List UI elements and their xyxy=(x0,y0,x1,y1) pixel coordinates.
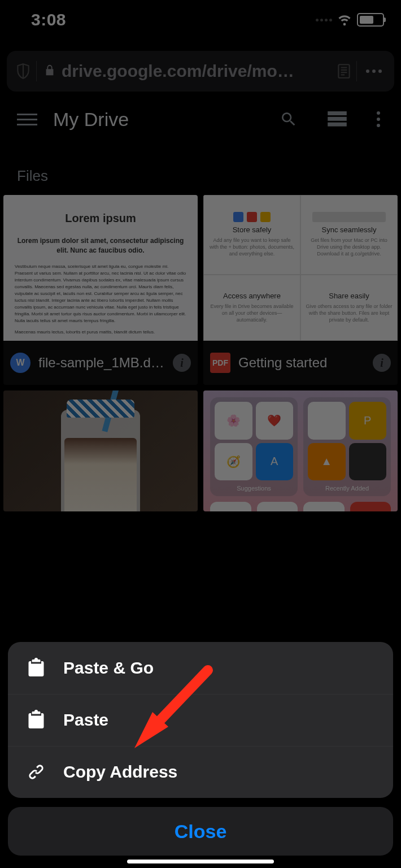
svg-rect-1 xyxy=(338,64,349,78)
file-thumbnail: Lorem ipsum Lorem ipsum dolor sit amet, … xyxy=(3,195,198,341)
doc-preview-title: Lorem ipsum xyxy=(15,212,186,225)
browser-more-icon[interactable] xyxy=(360,70,387,73)
file-card[interactable] xyxy=(3,517,198,613)
file-thumbnail: Store safely Add any file you want to ke… xyxy=(203,195,398,341)
lock-icon xyxy=(43,63,56,79)
search-icon[interactable] xyxy=(276,110,302,128)
section-label-files: Files xyxy=(0,147,401,195)
svg-rect-7 xyxy=(328,117,347,121)
file-info-row: PDF Getting started i xyxy=(203,341,398,385)
doc-preview-body: Maecenas mauris lectus, lobortis et puru… xyxy=(15,329,186,336)
browser-url-bar[interactable]: drive.google.com/drive/mo… xyxy=(7,51,394,92)
separator xyxy=(356,61,357,81)
separator xyxy=(36,61,37,81)
battery-icon xyxy=(357,13,384,27)
menu-item-label: Copy Address xyxy=(63,762,177,782)
app-header: My Drive xyxy=(0,92,401,147)
gs-cell-desc: Give others access to any file or folder… xyxy=(306,303,393,323)
svg-rect-6 xyxy=(328,111,347,115)
wifi-icon xyxy=(337,11,352,29)
reader-mode-icon[interactable] xyxy=(335,61,353,81)
menu-item-label: Paste & Go xyxy=(63,658,154,678)
url-text: drive.google.com/drive/mo… xyxy=(62,62,294,81)
list-view-icon[interactable] xyxy=(324,111,350,127)
action-sheet: Paste & Go Paste Copy Address Close xyxy=(8,642,393,856)
file-card[interactable] xyxy=(203,517,398,613)
status-icons xyxy=(316,11,384,29)
close-button-label: Close xyxy=(175,821,227,843)
app-more-icon[interactable] xyxy=(373,111,384,127)
file-info-row: W file-sample_1MB.doc i xyxy=(3,341,198,385)
menu-item-paste-and-go[interactable]: Paste & Go xyxy=(8,642,393,694)
apps-group-label: Suggestions xyxy=(215,485,293,492)
file-card[interactable]: 🌸 ❤️ 🧭 A Suggestions G P ▲ Recently Adde… xyxy=(203,390,398,511)
gs-cell-title: Share easily xyxy=(306,292,393,300)
svg-rect-8 xyxy=(328,123,347,127)
file-card[interactable]: Lorem ipsum Lorem ipsum dolor sit amet, … xyxy=(3,195,198,385)
file-thumbnail xyxy=(203,517,398,613)
link-icon xyxy=(25,761,47,783)
doc-preview-li: Maecenas non lorem quis tellus placerat … xyxy=(25,340,186,341)
home-indicator[interactable] xyxy=(127,860,274,863)
doc-preview-subtitle: Lorem ipsum dolor sit amet, consectetur … xyxy=(15,236,186,255)
hamburger-menu-icon[interactable] xyxy=(17,114,37,125)
gs-cell-desc: Every file in Drive becomes available on… xyxy=(208,303,295,323)
file-grid: Lorem ipsum Lorem ipsum dolor sit amet, … xyxy=(0,195,401,613)
gs-cell-desc: Add any file you want to keep safe with … xyxy=(208,237,295,257)
url-display-area[interactable]: drive.google.com/drive/mo… xyxy=(40,62,335,81)
gs-cell-title: Sync seamlessly xyxy=(306,225,393,234)
clipboard-icon xyxy=(25,709,47,731)
menu-item-paste[interactable]: Paste xyxy=(8,694,393,746)
file-name: file-sample_1MB.doc xyxy=(38,355,165,371)
apps-group-label: Recently Added xyxy=(308,485,386,492)
file-thumbnail xyxy=(3,517,198,613)
file-thumbnail xyxy=(3,390,198,511)
file-card[interactable]: Store safely Add any file you want to ke… xyxy=(203,195,398,385)
word-doc-icon: W xyxy=(10,353,30,373)
gs-cell-desc: Get files from your Mac or PC into Drive… xyxy=(306,237,393,257)
menu-item-label: Paste xyxy=(63,710,108,730)
file-card[interactable]: IMG_0478.HEIC i xyxy=(3,390,198,511)
pdf-icon: PDF xyxy=(210,353,230,373)
menu-item-copy-address[interactable]: Copy Address xyxy=(8,746,393,798)
gs-cell-title: Access anywhere xyxy=(208,292,295,300)
status-bar: 3:08 xyxy=(0,0,401,34)
status-time: 3:08 xyxy=(31,10,66,29)
file-thumbnail: 🌸 ❤️ 🧭 A Suggestions G P ▲ Recently Adde… xyxy=(203,390,398,511)
clipboard-icon xyxy=(25,657,47,679)
info-icon[interactable]: i xyxy=(173,354,191,372)
file-name: Getting started xyxy=(238,355,365,371)
doc-preview-body: Vestibulum neque massa, scelerisque sit … xyxy=(15,263,186,324)
page-title: My Drive xyxy=(53,108,129,131)
cellular-signal-icon xyxy=(316,19,332,21)
info-icon[interactable]: i xyxy=(373,354,391,372)
close-button[interactable]: Close xyxy=(8,807,393,856)
action-sheet-menu: Paste & Go Paste Copy Address xyxy=(8,642,393,798)
gs-cell-title: Store safely xyxy=(208,225,295,234)
tracking-protection-icon[interactable] xyxy=(14,60,33,82)
